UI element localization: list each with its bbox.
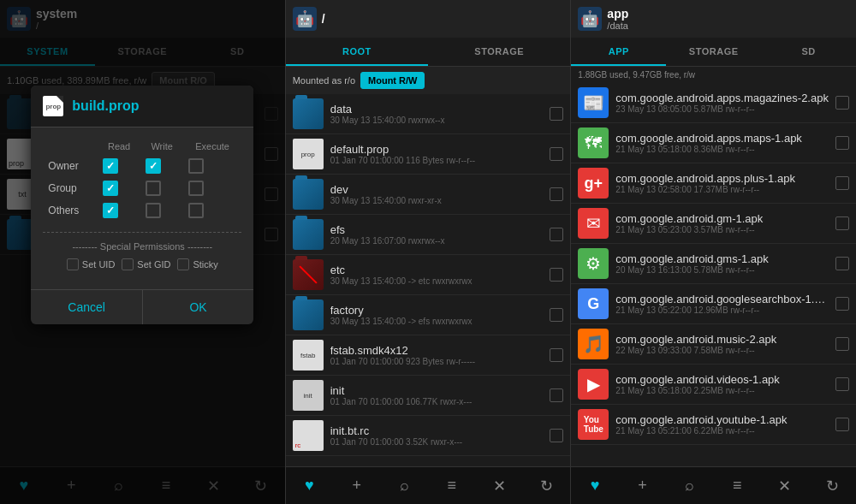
perm-group-read[interactable]	[98, 177, 141, 199]
file-meta: 21 May 13 02:58:00 17.37MB rw-r--r--	[615, 185, 829, 194]
list-item[interactable]: data 30 May 13 15:40:00 rwxrwx--x	[286, 94, 571, 134]
mount-rw-button[interactable]: Mount R/W	[360, 72, 425, 89]
file-details: com.google.android.videos-1.apk 21 May 1…	[615, 373, 829, 395]
file-checkbox[interactable]	[550, 147, 563, 161]
checkbox-group-read[interactable]	[103, 181, 118, 196]
dialog-ok-button[interactable]: OK	[142, 290, 254, 324]
file-meta: 23 May 13 08:05:00 5.87MB rw-r--r--	[615, 104, 829, 114]
set-gid-checkbox[interactable]	[122, 258, 134, 270]
file-checkbox[interactable]	[835, 96, 849, 110]
list-item[interactable]: dev 30 May 13 15:40:00 rwxr-xr-x	[286, 175, 571, 215]
file-checkbox[interactable]	[835, 297, 849, 311]
list-item[interactable]: prop default.prop 01 Jan 70 01:00:00 116…	[286, 134, 571, 175]
file-meta: 01 Jan 70 01:00:00 3.52K rwxr-x---	[330, 437, 544, 447]
tab-root[interactable]: ROOT	[286, 38, 428, 66]
checkbox-owner-write[interactable]	[146, 158, 161, 174]
apk-icon: ✉	[578, 208, 609, 239]
file-meta: 30 May 13 15:40:00 -> efs rwxrwxrwx	[330, 317, 544, 326]
panel-right-sub-title: /data	[607, 21, 628, 31]
perm-others-write[interactable]	[140, 199, 183, 222]
file-checkbox[interactable]	[550, 388, 563, 402]
file-checkbox[interactable]	[835, 337, 849, 351]
perm-others-read[interactable]	[98, 199, 141, 222]
toolbar-add-btn-right[interactable]: +	[627, 471, 658, 501]
toolbar-heart-btn-mid[interactable]: ♥	[294, 471, 324, 501]
checkbox-group-write[interactable]	[146, 181, 161, 196]
file-checkbox[interactable]	[550, 187, 563, 201]
file-checkbox[interactable]	[835, 257, 849, 270]
list-item[interactable]: etc 30 May 13 15:40:00 -> etc rwxrwxrwx	[286, 255, 571, 295]
tab-storage-right[interactable]: STORAGE	[666, 38, 761, 66]
panel-middle-title: /	[322, 12, 325, 26]
list-item[interactable]: rc init.bt.rc 01 Jan 70 01:00:00 3.52K r…	[286, 416, 571, 456]
list-item[interactable]: 📰 com.google.android.apps.magazines-2.ap…	[571, 83, 856, 123]
permission-row-owner: Owner	[43, 155, 241, 177]
file-checkbox[interactable]	[550, 308, 563, 322]
sticky-checkbox[interactable]	[177, 258, 189, 270]
perm-owner-execute[interactable]	[183, 155, 241, 177]
tab-storage-mid[interactable]: STORAGE	[428, 38, 570, 66]
checkbox-others-execute[interactable]	[188, 203, 204, 218]
panel-middle-icon: 🤖	[293, 7, 317, 31]
perm-owner-write[interactable]	[140, 155, 183, 177]
perm-group-execute[interactable]	[183, 177, 241, 199]
perm-others-execute[interactable]	[183, 199, 241, 222]
file-checkbox[interactable]	[835, 216, 849, 230]
file-name: com.google.android.apps.magazines-2.apk	[615, 92, 829, 104]
list-item[interactable]: 🎵 com.google.android.music-2.apk 22 May …	[571, 324, 856, 365]
checkbox-group-execute[interactable]	[188, 181, 204, 196]
checkbox-owner-execute[interactable]	[188, 158, 204, 174]
dialog-cancel-button[interactable]: Cancel	[31, 290, 142, 324]
tab-sd-right[interactable]: SD	[761, 38, 856, 66]
file-checkbox[interactable]	[835, 418, 849, 431]
toolbar-menu-btn-right[interactable]: ≡	[722, 471, 752, 501]
checkbox-others-write[interactable]	[146, 203, 161, 218]
list-item[interactable]: ✉ com.google.android.gm-1.apk 21 May 13 …	[571, 204, 856, 244]
checkbox-owner-read[interactable]	[103, 158, 118, 174]
file-checkbox[interactable]	[835, 176, 849, 190]
file-details: com.google.android.youtube-1.apk 21 May …	[615, 413, 829, 436]
tab-app[interactable]: APP	[571, 38, 666, 66]
file-checkbox[interactable]	[550, 429, 563, 442]
panel-right-title: app /data	[607, 7, 628, 31]
list-item[interactable]: YouTube com.google.android.youtube-1.apk…	[571, 405, 856, 445]
link-icon	[293, 259, 324, 290]
file-icon: rc	[293, 420, 324, 451]
toolbar-add-btn-mid[interactable]: +	[342, 471, 372, 501]
list-item[interactable]: ⚙ com.google.android.gms-1.apk 20 May 13…	[571, 244, 856, 284]
file-checkbox[interactable]	[550, 348, 563, 362]
file-checkbox[interactable]	[835, 377, 849, 391]
file-checkbox[interactable]	[550, 268, 563, 282]
toolbar-search-btn-right[interactable]: ⌕	[675, 471, 705, 501]
toolbar-heart-btn-right[interactable]: ♥	[580, 471, 610, 501]
list-item[interactable]: g+ com.google.android.apps.plus-1.apk 21…	[571, 163, 856, 204]
file-checkbox[interactable]	[550, 228, 563, 241]
toolbar-search-btn-mid[interactable]: ⌕	[389, 471, 419, 501]
panel-middle-mount-text: Mounted as r/o	[293, 75, 355, 86]
file-name: com.google.android.videos-1.apk	[615, 373, 829, 386]
apk-icon: 🎵	[578, 329, 609, 359]
file-details: com.google.android.gm-1.apk 21 May 13 05…	[615, 212, 829, 234]
toolbar-close-btn-mid[interactable]: ✕	[484, 471, 514, 501]
list-item[interactable]: 🗺 com.google.android.apps.maps-1.apk 21 …	[571, 123, 856, 163]
perm-group-write[interactable]	[140, 177, 183, 199]
perm-owner-read[interactable]	[98, 155, 141, 177]
list-item[interactable]: efs 20 May 13 16:07:00 rwxrwx--x	[286, 215, 571, 255]
set-uid-checkbox[interactable]	[67, 258, 79, 270]
list-item[interactable]: G com.google.android.googlesearchbox-1.a…	[571, 284, 856, 324]
special-perms-label: -------- Special Permissions --------	[72, 241, 212, 252]
list-item[interactable]: fstab fstab.smdk4x12 01 Jan 70 01:00:00 …	[286, 335, 571, 376]
checkbox-others-read[interactable]	[103, 203, 118, 218]
file-details: data 30 May 13 15:40:00 rwxrwx--x	[330, 103, 544, 125]
list-item[interactable]: ▶ com.google.android.videos-1.apk 21 May…	[571, 365, 856, 405]
toolbar-menu-btn-mid[interactable]: ≡	[437, 471, 467, 501]
file-checkbox[interactable]	[550, 107, 563, 121]
file-name: init.bt.rc	[330, 424, 544, 437]
list-item[interactable]: init init 01 Jan 70 01:00:00 106.77K rwx…	[286, 376, 571, 416]
list-item[interactable]: factory 30 May 13 15:40:00 -> efs rwxrwx…	[286, 295, 571, 335]
toolbar-close-btn-right[interactable]: ✕	[770, 471, 800, 501]
file-icon: init	[293, 380, 324, 411]
toolbar-refresh-btn-right[interactable]: ↻	[817, 471, 847, 501]
toolbar-refresh-btn-mid[interactable]: ↻	[532, 471, 562, 501]
file-checkbox[interactable]	[835, 136, 849, 150]
